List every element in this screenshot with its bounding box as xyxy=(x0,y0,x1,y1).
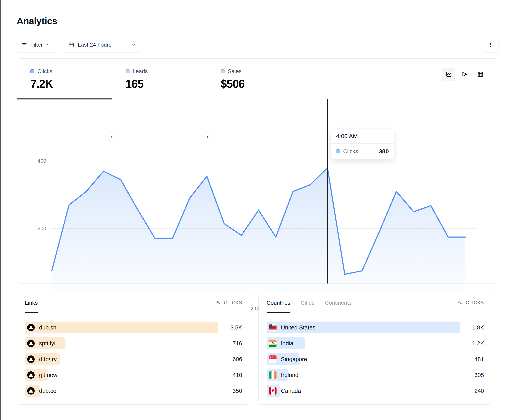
chart-tooltip: 4:00 AM Clicks 380 xyxy=(331,129,394,159)
filter-icon xyxy=(22,42,27,48)
tab-links[interactable]: Links xyxy=(25,293,38,313)
metric-tabs: Clicks 7.2K Leads 165 Sales $506 xyxy=(17,59,498,99)
area-chart-plot xyxy=(43,152,481,299)
dub-logo-avatar xyxy=(27,324,35,331)
filter-button-label: Filter xyxy=(30,42,43,48)
country-label: Singapore xyxy=(281,356,307,362)
list-item[interactable]: Canada240 xyxy=(267,385,484,397)
clicks-time-series-chart[interactable]: 0200400 4:00 PM8:00 PM12:00 AM4:00 AM8:0… xyxy=(17,99,498,283)
us-flag-icon xyxy=(269,324,276,331)
dub-logo-avatar xyxy=(27,387,35,395)
link-clicks-value: 716 xyxy=(218,340,242,347)
chevron-down-icon xyxy=(46,42,51,47)
tooltip-time: 4:00 AM xyxy=(331,129,394,144)
date-range-label: Last 24 hours xyxy=(78,42,112,48)
sales-tab-label: Sales xyxy=(228,68,242,74)
ireland-flag-icon xyxy=(269,371,276,379)
tooltip-value: 380 xyxy=(379,148,389,155)
canada-flag-icon xyxy=(269,387,276,395)
tab-clicks[interactable]: Clicks 7.2K xyxy=(17,59,112,99)
y-tick-label: 400 xyxy=(17,158,46,164)
leads-legend-swatch xyxy=(126,69,129,73)
country-label: Canada xyxy=(281,388,301,394)
chevron-right-icon xyxy=(109,135,114,140)
tooltip-legend-swatch xyxy=(336,149,340,153)
dub-logo-avatar xyxy=(27,340,35,347)
tab-leads[interactable]: Leads 165 xyxy=(112,59,207,99)
kebab-menu-icon xyxy=(488,42,493,48)
chart-area-fill xyxy=(52,168,465,296)
link-clicks-value: 410 xyxy=(218,372,242,378)
link-clicks-value: 350 xyxy=(218,388,242,394)
link-label: spti.fyi xyxy=(39,340,55,347)
dub-logo-avatar xyxy=(27,371,35,379)
chart-type-switcher xyxy=(442,68,487,81)
y-tick-label: 200 xyxy=(17,225,46,232)
country-clicks-value: 1.2K xyxy=(460,340,484,347)
line-chart-icon xyxy=(445,71,452,78)
links-panel: Links CLICKS dub.sh3.5Kspti.fyi716d.to/t… xyxy=(17,293,250,405)
list-item[interactable]: dub.co350 xyxy=(25,385,242,397)
links-metric-selector[interactable]: CLICKS xyxy=(216,300,242,306)
links-metric-label: CLICKS xyxy=(224,300,242,305)
list-item[interactable]: United States1.8K xyxy=(267,322,484,333)
chevron-down-icon xyxy=(131,42,136,47)
cursor-click-icon xyxy=(216,300,222,306)
link-label: git.new xyxy=(39,372,57,378)
next-metric-button[interactable] xyxy=(203,132,212,142)
leads-tab-label: Leads xyxy=(133,68,148,74)
link-clicks-value: 606 xyxy=(218,356,242,362)
countries-panel: Countries Cities Continents CLICKS Unite… xyxy=(258,293,492,405)
hover-crosshair xyxy=(327,99,328,283)
link-label: dub.co xyxy=(39,388,56,394)
country-clicks-value: 305 xyxy=(460,372,484,378)
clicks-tab-value: 7.2K xyxy=(30,77,112,90)
sales-legend-swatch xyxy=(221,69,224,73)
country-clicks-value: 240 xyxy=(460,388,484,394)
tooltip-series-label: Clicks xyxy=(343,148,358,154)
grid-icon xyxy=(477,71,484,78)
list-item[interactable]: Ireland305 xyxy=(267,369,484,381)
filter-button[interactable]: Filter xyxy=(17,37,58,53)
calendar-icon xyxy=(68,42,74,48)
singapore-flag-icon xyxy=(269,355,276,363)
clicks-legend-swatch xyxy=(30,69,34,73)
countries-metric-selector[interactable]: CLICKS xyxy=(458,300,484,306)
table-view-button[interactable] xyxy=(474,68,487,81)
india-flag-icon xyxy=(269,340,276,347)
next-metric-button[interactable] xyxy=(107,132,116,142)
line-chart-view-button[interactable] xyxy=(442,68,455,81)
tab-continents[interactable]: Continents xyxy=(325,293,351,313)
country-label: India xyxy=(281,340,293,347)
country-label: Ireland xyxy=(281,372,299,378)
list-item[interactable]: India1.2K xyxy=(267,337,484,349)
link-label: d.to/try xyxy=(39,356,57,362)
tab-sales[interactable]: Sales $506 xyxy=(207,59,302,99)
country-clicks-value: 481 xyxy=(460,356,484,362)
link-clicks-value: 3.5K xyxy=(218,324,242,331)
list-item[interactable]: dub.sh3.5K xyxy=(25,322,242,333)
page-title: Analytics xyxy=(17,15,57,26)
link-label: dub.sh xyxy=(39,324,56,331)
tab-countries[interactable]: Countries xyxy=(267,293,290,313)
list-item[interactable]: d.to/try606 xyxy=(25,353,242,365)
country-label: United States xyxy=(281,324,315,331)
country-clicks-value: 1.8K xyxy=(460,324,484,331)
leads-tab-value: 165 xyxy=(126,77,207,90)
funnel-view-button[interactable] xyxy=(458,68,471,81)
tab-cities[interactable]: Cities xyxy=(301,293,315,313)
list-item[interactable]: Singapore481 xyxy=(267,353,484,365)
sales-tab-value: $506 xyxy=(221,77,302,90)
cursor-click-icon xyxy=(458,300,463,306)
list-item[interactable]: git.new410 xyxy=(25,369,242,381)
chevron-right-icon xyxy=(205,135,210,140)
funnel-icon xyxy=(461,71,468,78)
analytics-chart-card: Clicks 7.2K Leads 165 Sales $506 xyxy=(17,58,498,284)
date-range-button[interactable]: Last 24 hours xyxy=(63,37,142,53)
list-item[interactable]: spti.fyi716 xyxy=(25,337,242,349)
more-options-button[interactable] xyxy=(483,37,499,53)
clicks-tab-label: Clicks xyxy=(37,68,52,74)
window-edge-strip xyxy=(0,0,0,420)
dub-logo-avatar xyxy=(27,355,35,363)
countries-metric-label: CLICKS xyxy=(466,300,484,305)
